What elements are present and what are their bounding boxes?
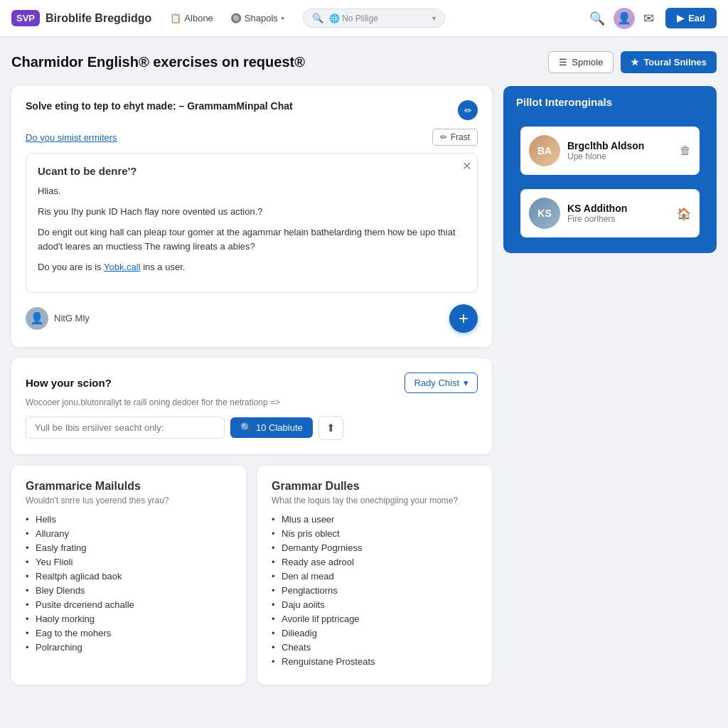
list-item: Easly frating: [26, 542, 232, 553]
content-heading: Ucant to be denre'?: [38, 165, 466, 177]
content-line3: Do engit out king hall can pleap tour go…: [38, 225, 466, 255]
list-item: Nis pris oblect: [272, 528, 478, 539]
list-icon: ☰: [559, 57, 567, 68]
frast-button[interactable]: ✏ Frast: [432, 129, 478, 146]
edit-button[interactable]: ✏: [458, 100, 478, 120]
list-item: Eag to the mohers: [26, 628, 232, 638]
sidebar-panel: Pillot Interonginals BABrgclthb AldsonUp…: [503, 86, 717, 253]
section-desc: Wocooer jonu.blutonraliyt te raill oning…: [26, 397, 478, 407]
bottom-cards: Grammarice Mailulds Wouldn't snrre lus y…: [11, 466, 492, 685]
header-cta-button[interactable]: ▶ Ead: [665, 8, 717, 28]
main-layout: Solve eting to tep to ehyt made: – Gramm…: [11, 86, 717, 685]
list-item: Renguistane Prosteats: [272, 656, 478, 667]
list-item: Hells: [26, 514, 232, 525]
logo: SVP Biroblife Bregdidgo: [11, 10, 151, 26]
section-search-input[interactable]: [26, 417, 225, 439]
user-name: NitG Mly: [54, 313, 90, 323]
logo-text: Biroblife Bregdidgo: [46, 12, 151, 25]
list-item: Dilieadig: [272, 628, 478, 638]
exercise-header: Solve eting to tep to ehyt made: – Gramm…: [26, 100, 478, 120]
content-line4: Do you are is is Yobk.call ins a user.: [38, 260, 466, 275]
exercise-footer: 👤 NitG Mly +: [26, 304, 478, 333]
list-item: Cheats: [272, 642, 478, 653]
logo-badge: SVP: [11, 10, 40, 26]
bottom-card-grammar: Grammar Dulles What the loquis lay the o…: [257, 466, 492, 685]
content-line1: Hlias.: [38, 184, 466, 199]
plus-icon: +: [459, 309, 469, 328]
page-header: Charmidor English® exercises on request®…: [11, 51, 717, 73]
chevron-down-icon: ▾: [464, 378, 469, 388]
person-info: Brgclthb AldsonUpe hlone: [567, 140, 673, 161]
tutorial-button[interactable]: ★ Toural Snilnes: [621, 51, 717, 73]
exercise-card: Solve eting to tep to ehyt made: – Gramm…: [11, 86, 492, 347]
person-name: Brgclthb Aldson: [567, 140, 673, 151]
bottom-card-1-desc: Wouldn't snrre lus yoerend thes yrau?: [26, 496, 232, 505]
sidebar-person-card: KSKS AddithonFire oorlhers🏠: [520, 189, 700, 237]
mail-icon[interactable]: ✉: [643, 11, 654, 26]
list-item: Avorile lif pptricage: [272, 614, 478, 624]
app-header: SVP Biroblife Bregdidgo 📋 Albone 🔘 Shapo…: [0, 0, 728, 37]
bottom-card-1-title: Grammarice Mailulds: [26, 480, 232, 493]
search-icon: 🔍: [240, 422, 252, 433]
nav-albone[interactable]: 📋 Albone: [163, 9, 220, 28]
list-item: Den al mead: [272, 571, 478, 582]
person-info: KS AddithonFire oorlhers: [567, 203, 670, 224]
sidebar-person-card: BABrgclthb AldsonUpe hlone🗑: [520, 127, 700, 175]
sidebar-panel-header: Pillot Interonginals: [503, 86, 717, 118]
list-item: Allurany: [26, 528, 232, 539]
list-item: Realtph aglicad baok: [26, 571, 232, 582]
chevron-down-icon: ▾: [432, 14, 436, 22]
rady-chist-button[interactable]: Rady Chist ▾: [405, 373, 478, 393]
exercise-content-box: ✕ Ucant to be denre'? Hlias. Ris you Ihy…: [26, 153, 478, 293]
main-nav: 📋 Albone 🔘 Shapols ▾: [163, 9, 291, 28]
do-you-link[interactable]: Do you simist ermiters: [26, 132, 117, 143]
list-item: Daju aoiits: [272, 599, 478, 610]
search-count-button[interactable]: 🔍 10 Clabiute: [230, 417, 313, 438]
bottom-card-1-list: HellsAlluranyEasly fratingYeu FlioliReal…: [26, 514, 232, 653]
main-content: Solve eting to tep to ehyt made: – Gramm…: [11, 86, 492, 685]
section-header: How your scion? Rady Chist ▾: [26, 373, 478, 393]
bottom-card-2-desc: What the loquis lay the onechipgiing you…: [272, 496, 478, 505]
sample-button[interactable]: ☰ Spmole: [548, 51, 614, 73]
person-action-button[interactable]: 🗑: [680, 144, 691, 157]
page: Charmidor English® exercises on request®…: [0, 37, 728, 699]
search-icon-header[interactable]: 🔍: [589, 11, 605, 26]
header-search[interactable]: 🔍 🌐 No Plilige ▾: [303, 9, 445, 28]
close-icon[interactable]: ✕: [462, 159, 471, 173]
user-avatar[interactable]: 👤: [614, 8, 635, 29]
header-icons: 🔍 👤 ✉: [589, 8, 654, 29]
list-item: Mlus a useer: [272, 514, 478, 525]
page-title: Charmidor English® exercises on request®: [11, 54, 305, 70]
person-avatar: KS: [529, 198, 560, 229]
section-search: 🔍 10 Clabiute ⬆: [26, 416, 478, 440]
search-icon: 🔍: [312, 13, 323, 23]
play-icon: ▶: [677, 13, 684, 23]
section-card: How your scion? Rady Chist ▾ Wocooer jon…: [11, 358, 492, 454]
person-avatar: BA: [529, 135, 560, 166]
export-button[interactable]: ⬆: [318, 416, 343, 440]
pencil-icon: ✏: [440, 132, 447, 142]
export-icon: ⬆: [326, 422, 336, 434]
list-item: Pusite drceriend achalle: [26, 599, 232, 610]
list-item: Haoly morking: [26, 614, 232, 624]
list-item: Polrarching: [26, 642, 232, 653]
list-item: Ready ase adrool: [272, 557, 478, 567]
star-icon: ★: [631, 57, 639, 68]
bottom-card-grammarice: Grammarice Mailulds Wouldn't snrre lus y…: [11, 466, 246, 685]
exercise-title: Solve eting to tep to ehyt made: – Gramm…: [26, 100, 293, 112]
person-action-button[interactable]: 🏠: [677, 207, 691, 220]
chevron-down-icon: ▾: [281, 14, 284, 22]
bottom-card-2-list: Mlus a useerNis pris oblectDemanty Pogrn…: [272, 514, 478, 667]
person-name: KS Addithon: [567, 203, 670, 214]
user-avatar-small: 👤: [26, 307, 48, 330]
content-link[interactable]: Yobk.call: [104, 262, 141, 272]
person-role: Upe hlone: [567, 151, 673, 161]
list-item: Bley Dlends: [26, 585, 232, 596]
nav-shapols[interactable]: 🔘 Shapols ▾: [223, 9, 291, 28]
add-button[interactable]: +: [449, 304, 478, 333]
bottom-card-2-title: Grammar Dulles: [272, 480, 478, 493]
content-line2: Ris you Ihy punk ID Hach flay nore ovent…: [38, 205, 466, 220]
page-header-actions: ☰ Spmole ★ Toural Snilnes: [548, 51, 717, 73]
sidebar-cards: BABrgclthb AldsonUpe hlone🗑KSKS Addithon…: [503, 118, 717, 253]
search-label: 🌐 No Plilige: [329, 14, 378, 23]
